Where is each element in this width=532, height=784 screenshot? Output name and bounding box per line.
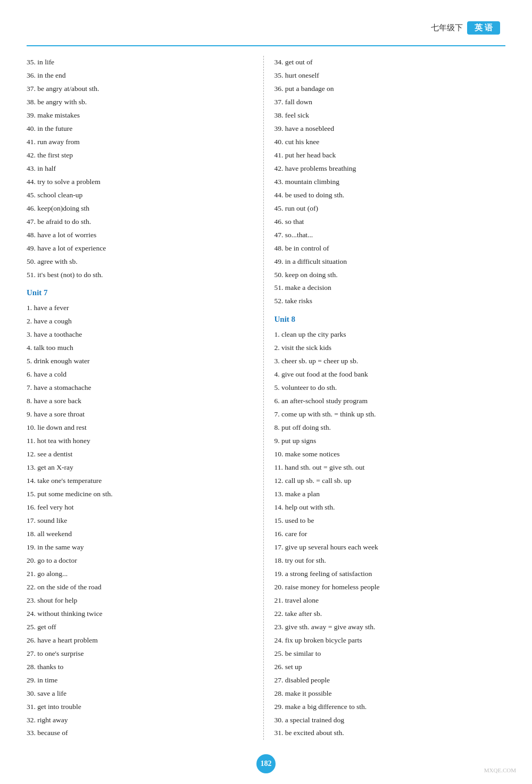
list-item: 9. have a sore throat	[27, 408, 253, 421]
list-item: 46. keep(on)doing sth	[27, 202, 253, 215]
list-item: 48. have a lot of worries	[27, 229, 253, 242]
list-item: 17. give up several hours each week	[275, 541, 501, 554]
list-item: 1. have a fever	[27, 302, 253, 315]
page-number: 182	[256, 754, 276, 773]
list-item: 12. see a dentist	[27, 448, 253, 461]
list-item: 42. have problems breathing	[275, 162, 501, 176]
list-item: 11. hot tea with honey	[27, 435, 253, 448]
unit8-list: 1. clean up the city parks2. visit the s…	[275, 328, 501, 740]
list-item: 31. get into trouble	[27, 700, 253, 714]
list-item: 3. cheer sb. up = cheer up sb.	[275, 355, 501, 368]
list-item: 27. to one's surprise	[27, 647, 253, 661]
list-item: 24. fix up broken bicycle parts	[275, 634, 501, 647]
header-underline	[27, 45, 505, 46]
unit8-title: Unit 8	[275, 311, 501, 327]
list-item: 32. right away	[27, 714, 253, 727]
list-item: 44. be used to doing sth.	[275, 189, 501, 202]
list-item: 43. in half	[27, 162, 253, 176]
list-item: 26. have a heart problem	[27, 634, 253, 647]
list-item: 6. have a cold	[27, 368, 253, 381]
list-item: 15. put some medicine on sth.	[27, 488, 253, 501]
list-item: 46. so that	[275, 215, 501, 229]
list-item: 2. have a cough	[27, 315, 253, 328]
list-item: 5. drink enough water	[27, 355, 253, 368]
list-item: 49. have a lot of experience	[27, 242, 253, 255]
list-item: 14. take one's temperature	[27, 474, 253, 488]
list-item: 29. make a big difference to sth.	[275, 700, 501, 714]
list-item: 20. raise money for homeless people	[275, 581, 501, 594]
subject-label: 英 语	[467, 21, 500, 35]
list-item: 13. get an X-ray	[27, 461, 253, 474]
list-item: 38. feel sick	[275, 109, 501, 122]
list-item: 5. volunteer to do sth.	[275, 381, 501, 395]
list-item: 40. in the future	[27, 122, 253, 136]
list-item: 25. be similar to	[275, 647, 501, 661]
list-item: 10. make some notices	[275, 448, 501, 461]
list-item: 4. give out food at the food bank	[275, 368, 501, 381]
list-item: 47. so...that...	[275, 229, 501, 242]
list-item: 19. in the same way	[27, 541, 253, 554]
list-item: 16. feel very hot	[27, 501, 253, 514]
list-item: 48. be in control of	[275, 242, 501, 255]
unit7-list: 1. have a fever2. have a cough3. have a …	[27, 302, 253, 740]
list-item: 3. have a toothache	[27, 328, 253, 341]
list-item: 28. make it possible	[275, 687, 501, 700]
left-column: 35. in life36. in the end37. be angry at…	[27, 56, 264, 740]
watermark: MXQE.COM	[484, 767, 516, 773]
list-item: 45. run out (of)	[275, 202, 501, 215]
footer: 182	[0, 754, 532, 773]
list-item: 22. take after sb.	[275, 607, 501, 621]
unit7-title: Unit 7	[27, 285, 253, 301]
header: 七年级下 英 语	[27, 21, 505, 35]
list-item: 16. care for	[275, 528, 501, 541]
list-item: 9. put up signs	[275, 435, 501, 448]
list-item: 10. lie down and rest	[27, 421, 253, 435]
list-item: 35. in life	[27, 56, 253, 69]
list-item: 37. fall down	[275, 96, 501, 109]
list-item: 18. try out for sth.	[275, 554, 501, 568]
list-item: 39. have a nosebleed	[275, 122, 501, 136]
list-item: 2. visit the sick kids	[275, 341, 501, 355]
page: 七年级下 英 语 35. in life36. in the end37. be…	[0, 0, 532, 784]
list-item: 23. shout for help	[27, 594, 253, 607]
list-item: 24. without thinking twice	[27, 607, 253, 621]
list-item: 7. have a stomachache	[27, 381, 253, 395]
list-item: 26. set up	[275, 661, 501, 674]
right-column: 34. get out of35. hurt oneself36. put a …	[264, 56, 506, 740]
list-item: 39. make mistakes	[27, 109, 253, 122]
list-item: 4. talk too much	[27, 341, 253, 355]
grade-label: 七年级下	[431, 23, 463, 33]
list-item: 27. disabled people	[275, 674, 501, 687]
list-item: 8. put off doing sth.	[275, 421, 501, 435]
list-item: 37. be angry at/about sth.	[27, 82, 253, 96]
list-item: 28. thanks to	[27, 661, 253, 674]
list-item: 22. on the side of the road	[27, 581, 253, 594]
list-item: 12. call up sb. = call sb. up	[275, 474, 501, 488]
list-item: 38. be angry with sb.	[27, 96, 253, 109]
list-item: 29. in time	[27, 674, 253, 687]
list-item: 30. save a life	[27, 687, 253, 700]
list-item: 41. put her head back	[275, 149, 501, 162]
main-content: 35. in life36. in the end37. be angry at…	[27, 56, 505, 740]
list-item: 51. make a decision	[275, 281, 501, 295]
list-item: 20. go to a doctor	[27, 554, 253, 568]
list-item: 43. mountain climbing	[275, 176, 501, 189]
list-item: 19. a strong feeling of satisfaction	[275, 568, 501, 581]
list-item: 33. because of	[27, 727, 253, 740]
list-item: 45. school clean-up	[27, 189, 253, 202]
list-item: 21. go along...	[27, 568, 253, 581]
list-item: 51. it's best (not) to do sth.	[27, 269, 253, 282]
list-item: 42. the first step	[27, 149, 253, 162]
list-item: 14. help out with sth.	[275, 501, 501, 514]
list-item: 25. get off	[27, 621, 253, 634]
list-item: 31. be excited about sth.	[275, 727, 501, 740]
list-item: 18. all weekend	[27, 528, 253, 541]
list-item: 17. sound like	[27, 514, 253, 528]
list-item: 41. run away from	[27, 136, 253, 149]
list-item: 11. hand sth. out = give sth. out	[275, 461, 501, 474]
list-item: 30. a special trained dog	[275, 714, 501, 727]
list-item: 47. be afraid to do sth.	[27, 215, 253, 229]
list-item: 15. used to be	[275, 514, 501, 528]
list-item: 8. have a sore back	[27, 395, 253, 408]
list-item: 6. an after-school study program	[275, 395, 501, 408]
